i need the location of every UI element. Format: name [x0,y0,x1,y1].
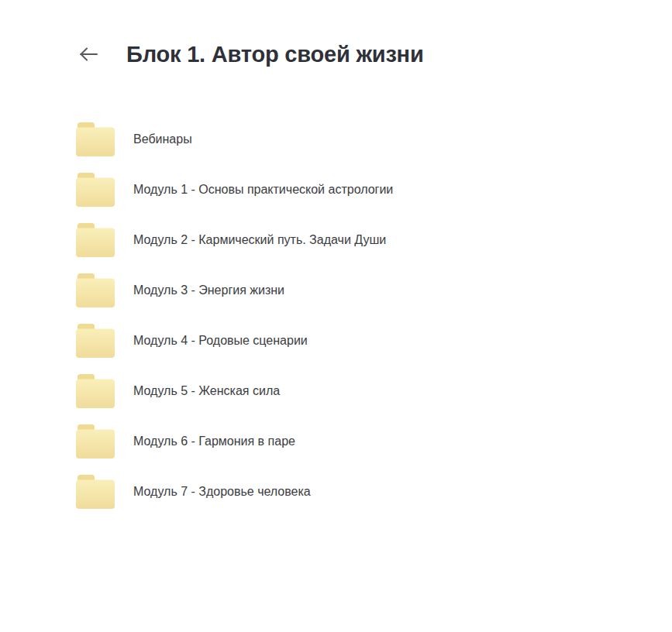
folder-icon [76,273,115,307]
folder-row[interactable]: Вебинары [0,114,672,164]
page-title: Блок 1. Автор своей жизни [126,39,424,70]
folder-row[interactable]: Модуль 5 - Женская сила [0,366,672,416]
folder-label: Модуль 6 - Гармония в паре [133,434,295,449]
folder-browser-page: Блок 1. Автор своей жизни Вебинары [0,0,672,632]
back-button[interactable] [78,44,98,64]
folder-icon [76,324,115,358]
folder-row[interactable]: Модуль 6 - Гармония в паре [0,416,672,466]
folder-icon [76,122,115,156]
folder-icon [76,424,115,459]
folder-list: Вебинары Модуль 1 - Основы практической … [0,114,672,517]
folder-icon [76,223,115,257]
folder-row[interactable]: Модуль 3 - Энергия жизни [0,265,672,315]
folder-row[interactable]: Модуль 4 - Родовые сценарии [0,315,672,366]
folder-icon [76,475,115,509]
folder-label: Модуль 5 - Женская сила [133,383,280,399]
back-arrow-icon [78,46,98,62]
folder-row[interactable]: Модуль 1 - Основы практической астрологи… [0,164,672,215]
folder-icon [76,374,115,408]
folder-label: Модуль 4 - Родовые сценарии [133,333,308,349]
folder-row[interactable]: Модуль 7 - Здоровье человека [0,466,672,517]
folder-icon [76,173,115,207]
header: Блок 1. Автор своей жизни [0,0,672,70]
folder-row[interactable]: Модуль 2 - Кармический путь. Задачи Души [0,215,672,265]
folder-label: Модуль 2 - Кармический путь. Задачи Души [133,232,386,248]
folder-label: Модуль 3 - Энергия жизни [133,283,284,298]
folder-label: Модуль 7 - Здоровье человека [133,484,311,500]
folder-label: Модуль 1 - Основы практической астрологи… [133,182,393,198]
folder-label: Вебинары [133,132,192,147]
